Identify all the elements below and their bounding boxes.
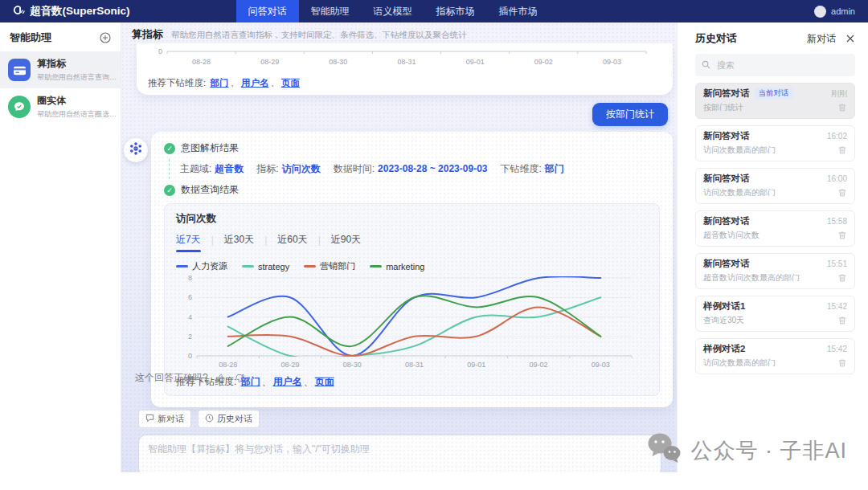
history-item-subtitle: 访问次数最高的部门 [703, 357, 833, 369]
drill-link-页面[interactable]: 页面 [315, 376, 334, 387]
nav-tab-插件市场[interactable]: 插件市场 [487, 0, 550, 22]
bottom-strip [0, 472, 868, 490]
sidebar-item-label: 算指标 [37, 57, 117, 71]
nav-tab-语义模型[interactable]: 语义模型 [362, 0, 424, 22]
range-tab-近90天[interactable]: 近90天 [331, 233, 361, 252]
intent-parse-row: ✓ 意图解析结果 [164, 141, 660, 155]
svg-text:08-31: 08-31 [397, 58, 416, 66]
legend-item-营销部门[interactable]: 营销部门 [304, 260, 355, 272]
drill-separator: 、 [270, 78, 280, 88]
user-menu[interactable]: admin [814, 0, 868, 22]
nav-tab-问答对话[interactable]: 问答对话 [236, 0, 299, 22]
intent-field-label: 下钻维度: [500, 163, 541, 174]
history-item-row2: 访问次数最高的部门 [703, 187, 847, 198]
history-item[interactable]: 样例对话115:42查询近30天 [695, 296, 855, 332]
intent-field: 数据时间:2023-08-28 ~ 2023-09-03 [334, 162, 488, 176]
history-item[interactable]: 新问答对话15:51超音数访问次数最高的部门 [695, 253, 855, 289]
thumbs-up-icon[interactable] [215, 373, 227, 384]
sidebar-item-desc: 帮助您用自然语言圈选实体... [37, 109, 117, 120]
legend-item-人力资源[interactable]: 人力资源 [176, 260, 227, 272]
history-item-title: 新问答对话 [703, 88, 750, 100]
svg-text:2: 2 [188, 333, 192, 341]
intent-field-label: 指标: [256, 163, 278, 174]
check-icon: ✓ [164, 143, 175, 154]
trash-icon[interactable] [837, 188, 847, 198]
svg-text:08-30: 08-30 [343, 361, 362, 369]
history-item[interactable]: 新问答对话15:58超音数访问次数 [695, 210, 855, 247]
message-input[interactable] [138, 435, 661, 476]
history-chat-button[interactable]: 历史对话 [198, 410, 260, 428]
sidebar-item-圈实体[interactable]: 圈实体帮助您用自然语言圈选实体... [0, 88, 121, 125]
range-tab-近60天[interactable]: 近60天 [277, 233, 307, 252]
feedback-row: 这个回答正确吗? [135, 371, 245, 385]
legend-item-marketing[interactable]: marketing [370, 262, 424, 272]
sidebar-item-算指标[interactable]: 算指标帮助您用自然语言查询指标... [0, 51, 121, 88]
drill-label: 推荐下钻维度: [148, 78, 208, 88]
history-item[interactable]: 新问答对话16:02访问次数最高的部门 [695, 125, 855, 161]
history-item-time: 15:51 [827, 259, 847, 268]
app-logo[interactable]: 超音数(SuperSonic) [0, 0, 141, 22]
trash-icon[interactable] [837, 273, 847, 283]
tab-separator: | [211, 235, 214, 251]
history-item[interactable]: 样例对话215:42访问次数最高的部门 [695, 338, 855, 374]
drill-down-suggestions: 推荐下钻维度: 部门、用户名、页面 [148, 77, 661, 89]
thumbs-down-icon[interactable] [234, 373, 245, 384]
history-item-title: 样例对话2 [703, 343, 745, 355]
user-message-bubble: 按部门统计 [592, 103, 668, 126]
chart-legend: 人力资源strategy营销部门marketing [176, 260, 648, 272]
composer-toolbar: 新对话 历史对话 [138, 410, 661, 428]
history-title: 历史对话 [695, 31, 807, 46]
sidebar-item-text: 算指标帮助您用自然语言查询指标... [37, 57, 117, 83]
trash-icon[interactable] [837, 103, 847, 112]
svg-text:09-03: 09-03 [592, 361, 610, 369]
intent-field-value: 超音数 [215, 163, 244, 174]
legend-swatch [370, 265, 382, 267]
trash-icon[interactable] [837, 145, 847, 155]
chat-bubble-icon [145, 414, 154, 424]
history-item-row2: 超音数访问次数最高的部门 [703, 272, 847, 284]
history-item-row2: 查询近30天 [703, 315, 847, 326]
drill-link-页面[interactable]: 页面 [281, 78, 300, 88]
sidebar-item-text: 圈实体帮助您用自然语言圈选实体... [37, 94, 117, 120]
assistant-answer-row: ✓ 意图解析结果 主题域:超音数指标:访问次数数据时间:2023-08-28 ~… [124, 132, 673, 407]
history-item-time: 16:02 [827, 132, 847, 141]
svg-text:6: 6 [188, 293, 192, 301]
legend-item-strategy[interactable]: strategy [242, 262, 289, 272]
range-tab-近30天[interactable]: 近30天 [224, 233, 254, 252]
drill-link-用户名[interactable]: 用户名 [273, 376, 302, 387]
history-item-time: 刚刚 [831, 88, 847, 100]
trash-icon[interactable] [837, 231, 847, 240]
history-item[interactable]: 新问答对话16:00访问次数最高的部门 [695, 168, 855, 204]
intent-field: 主题域:超音数 [180, 162, 244, 176]
range-tab-近7天[interactable]: 近7天 [176, 233, 201, 252]
history-item-subtitle: 访问次数最高的部门 [703, 145, 833, 156]
search-icon [702, 58, 710, 72]
history-new-chat-button[interactable]: 新对话 [807, 32, 836, 46]
add-agent-button[interactable] [100, 32, 111, 43]
search-input[interactable] [715, 59, 849, 71]
check-icon: ✓ [164, 185, 175, 196]
svg-text:08-28: 08-28 [192, 58, 211, 66]
previous-chart-axis: 008-2808-2908-3008-3109-0109-0209-03 [148, 47, 661, 76]
svg-text:09-01: 09-01 [466, 58, 485, 66]
intent-field-value: 2023-08-28 ~ 2023-09-03 [378, 163, 487, 174]
assistant-avatar [124, 138, 148, 162]
trash-icon[interactable] [837, 358, 847, 368]
history-item-row1: 样例对话215:42 [703, 343, 847, 355]
sidebar-title: 智能助理 [10, 31, 51, 45]
legend-swatch [242, 265, 254, 267]
nav-tab-智能助理[interactable]: 智能助理 [299, 0, 362, 22]
entity-chat-icon [8, 96, 31, 118]
agents-sidebar: 智能助理 算指标帮助您用自然语言查询指标...圈实体帮助您用自然语言圈选实体..… [0, 22, 121, 472]
trash-icon[interactable] [837, 316, 847, 325]
close-icon[interactable] [845, 34, 855, 43]
agent-title: 算指标 [132, 27, 163, 42]
sidebar-item-label: 圈实体 [37, 94, 117, 108]
drill-link-部门[interactable]: 部门 [210, 78, 228, 88]
history-item[interactable]: 新问答对话当前对话刚刚按部门统计 [695, 83, 855, 119]
new-chat-button[interactable]: 新对话 [138, 410, 191, 428]
agent-header: 算指标 帮助您用自然语言查询指标，支持时间限定、条件筛选、下钻维度以及聚合统计 [132, 27, 671, 42]
drill-link-用户名[interactable]: 用户名 [241, 78, 269, 88]
feedback-question: 这个回答正确吗? [135, 371, 208, 385]
nav-tab-指标市场[interactable]: 指标市场 [424, 0, 487, 22]
